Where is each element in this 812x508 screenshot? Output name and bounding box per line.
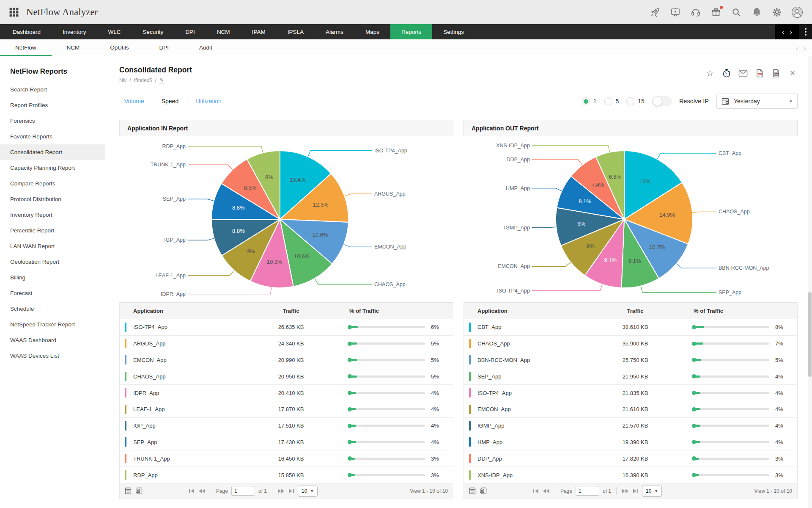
- nav-scroll-left-icon[interactable]: ‹: [782, 29, 784, 35]
- next-page-icon[interactable]: [277, 488, 285, 494]
- avatar[interactable]: [792, 7, 803, 18]
- view-tab-speed[interactable]: Speed: [153, 98, 187, 105]
- rocket-icon[interactable]: [650, 7, 661, 18]
- sidebar-item-netspeed-tracker-report[interactable]: NetSpeed Tracker Report: [0, 317, 105, 332]
- nav-scroll-right-icon[interactable]: ›: [790, 29, 792, 35]
- sidebar-item-compare-reports[interactable]: Compare Reports: [0, 176, 105, 191]
- sidebar-item-waas-devices-list[interactable]: WAAS Devices List: [0, 348, 105, 364]
- resolve-ip-toggle[interactable]: [652, 97, 672, 106]
- column-header-application[interactable]: Application: [120, 308, 259, 314]
- app-name[interactable]: CHAOS_App: [477, 340, 510, 347]
- nav-item-inventory[interactable]: Inventory: [52, 24, 97, 39]
- nav-item-security[interactable]: Security: [132, 24, 175, 39]
- gift-icon[interactable]: [710, 7, 721, 18]
- interval-radio-5[interactable]: 5: [604, 97, 619, 105]
- breadcrumb-device[interactable]: Niv: [119, 77, 126, 83]
- nav-item-maps[interactable]: Maps: [354, 24, 390, 39]
- export-table-icon[interactable]: [125, 487, 132, 494]
- export-table-icon[interactable]: [469, 487, 476, 494]
- column-header-traffic[interactable]: Traffic: [259, 308, 323, 314]
- nav-item-ipam[interactable]: IPAM: [241, 24, 277, 39]
- view-tab-volume[interactable]: Volume: [119, 98, 153, 105]
- date-range-select[interactable]: Yesterday ▼: [716, 94, 798, 109]
- nav-more-menu-icon[interactable]: [799, 24, 812, 39]
- app-name[interactable]: SEP_App: [477, 373, 501, 380]
- gear-icon[interactable]: [771, 7, 782, 18]
- app-name[interactable]: DDP_App: [477, 456, 502, 462]
- sidebar-item-consolidated-report[interactable]: Consolidated Report: [0, 144, 105, 160]
- last-page-icon[interactable]: [288, 488, 294, 494]
- subnav-tab-oputils[interactable]: OpUtils: [95, 39, 144, 56]
- app-name[interactable]: LEAF-1_App: [133, 406, 165, 412]
- sidebar-item-billing[interactable]: Billing: [0, 270, 105, 285]
- sidebar-item-capacity-planning-report[interactable]: Capacity Planning Report: [0, 160, 105, 176]
- prev-page-icon[interactable]: [543, 488, 550, 494]
- sidebar-item-schedule[interactable]: Schedule: [0, 301, 105, 317]
- first-page-icon[interactable]: [189, 488, 195, 494]
- sidebar-item-protocol-distribution[interactable]: Protocol Distribution: [0, 191, 105, 207]
- app-name[interactable]: TRUNK-1_App: [133, 456, 170, 462]
- email-icon[interactable]: [738, 68, 748, 78]
- sidebar-item-percentile-report[interactable]: Percentile Report: [0, 223, 105, 238]
- nav-item-settings[interactable]: Settings: [432, 24, 475, 39]
- app-name[interactable]: HMP_App: [477, 439, 502, 445]
- app-name[interactable]: ISO-TP4_App: [133, 324, 167, 330]
- sidebar-item-forecast[interactable]: Forecast: [0, 285, 105, 301]
- page-size-select[interactable]: 10▼: [298, 486, 318, 497]
- apps-grid-icon[interactable]: [8, 7, 19, 18]
- sidebar-item-favorite-reports[interactable]: Favorite Reports: [0, 129, 105, 144]
- app-name[interactable]: IGP_App: [133, 422, 156, 429]
- column-header-application[interactable]: Application: [464, 308, 604, 314]
- subnav-scroll-left-icon[interactable]: ‹: [796, 44, 798, 52]
- export-excel-icon[interactable]: [136, 487, 143, 494]
- column-header-pct-traffic[interactable]: % of Traffic: [323, 308, 453, 314]
- app-name[interactable]: SEP_App: [133, 439, 157, 445]
- app-name[interactable]: CHAOS_App: [133, 373, 166, 380]
- sidebar-item-report-profiles[interactable]: Report Profiles: [0, 97, 105, 113]
- export-excel-icon[interactable]: [480, 487, 487, 494]
- column-header-traffic[interactable]: Traffic: [604, 308, 667, 314]
- nav-item-ipsla[interactable]: IPSLA: [277, 24, 315, 39]
- search-icon[interactable]: [731, 7, 742, 18]
- last-page-icon[interactable]: [632, 488, 639, 494]
- export-pdf-icon[interactable]: PDF: [754, 68, 765, 78]
- sidebar-item-inventory-report[interactable]: Inventory Report: [0, 207, 105, 223]
- subnav-tab-netflow[interactable]: NetFlow: [0, 39, 52, 56]
- subnav-scroll-right-icon[interactable]: ›: [804, 44, 806, 52]
- next-page-icon[interactable]: [622, 488, 629, 494]
- page-size-select[interactable]: 10▼: [642, 486, 662, 497]
- breadcrumb-interface[interactable]: IfIndex5: [134, 77, 152, 83]
- bell-icon[interactable]: [751, 7, 762, 18]
- page-number-input[interactable]: [576, 486, 599, 496]
- sidebar-item-search-report[interactable]: Search Report: [0, 82, 105, 97]
- app-name[interactable]: IDPR_App: [133, 390, 159, 396]
- close-icon[interactable]: ×: [787, 68, 798, 78]
- schedule-timer-icon[interactable]: [721, 68, 732, 78]
- subnav-tab-ncm[interactable]: NCM: [52, 39, 95, 56]
- nav-item-reports[interactable]: Reports: [390, 24, 432, 39]
- sidebar-item-geolocation-report[interactable]: Geolocation Report: [0, 254, 105, 270]
- nav-item-dpi[interactable]: DPI: [174, 24, 206, 39]
- subnav-tab-audit[interactable]: Audit: [184, 39, 228, 56]
- first-page-icon[interactable]: [533, 488, 539, 494]
- page-scrollbar[interactable]: [808, 56, 812, 508]
- page-number-input[interactable]: [231, 486, 255, 496]
- sidebar-item-forensics[interactable]: Forensics: [0, 113, 105, 129]
- app-name[interactable]: BBN-RCC-MON_App: [477, 357, 530, 363]
- subnav-tab-dpi[interactable]: DPI: [144, 39, 184, 56]
- headset-icon[interactable]: [690, 7, 701, 18]
- sidebar-item-waas-dashboard[interactable]: WAAS Dashboard: [0, 332, 105, 348]
- app-name[interactable]: XNS-IDP_App: [477, 472, 513, 478]
- interval-radio-15[interactable]: 15: [626, 97, 645, 105]
- app-name[interactable]: ISO-TP4_App: [477, 390, 512, 396]
- app-name[interactable]: CBT_App: [477, 324, 501, 330]
- sidebar-item-lan-wan-report[interactable]: LAN WAN Report: [0, 238, 105, 254]
- favorite-star-icon[interactable]: ☆: [705, 68, 715, 78]
- interval-radio-1[interactable]: 1: [582, 97, 597, 105]
- app-name[interactable]: RDP_App: [133, 472, 158, 478]
- app-name[interactable]: ARGUS_App: [133, 340, 166, 347]
- column-header-pct-traffic[interactable]: % of Traffic: [667, 308, 797, 314]
- nav-item-dashboard[interactable]: Dashboard: [2, 24, 52, 39]
- prev-page-icon[interactable]: [198, 488, 206, 494]
- app-name[interactable]: EMCON_App: [477, 406, 511, 412]
